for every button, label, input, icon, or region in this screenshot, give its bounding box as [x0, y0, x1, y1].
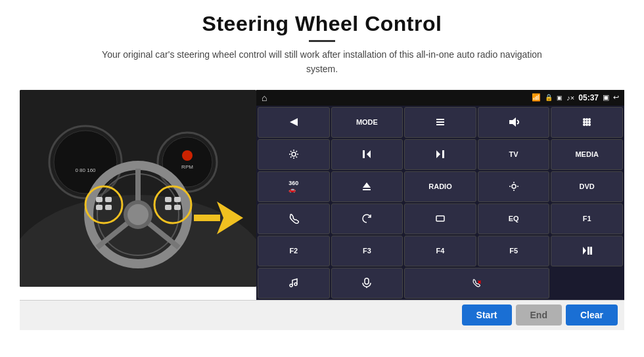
btn-apps[interactable] [551, 107, 623, 138]
start-button[interactable]: Start [462, 304, 512, 326]
svg-rect-60 [590, 247, 592, 255]
btn-playpause[interactable] [551, 236, 623, 266]
svg-rect-51 [363, 189, 371, 190]
svg-text:RPM: RPM [181, 164, 193, 170]
svg-rect-23 [174, 197, 181, 202]
btn-prev[interactable] [331, 139, 403, 170]
page-title: Steering Wheel Control [92, 12, 552, 36]
svg-rect-49 [442, 150, 444, 158]
end-button[interactable]: End [516, 304, 562, 326]
svg-rect-59 [587, 247, 589, 255]
svg-point-40 [586, 121, 588, 123]
title-divider [309, 40, 335, 42]
svg-rect-21 [105, 205, 112, 210]
btn-360[interactable]: 360🚗 [258, 171, 330, 202]
btn-send[interactable] [258, 107, 330, 138]
svg-point-62 [294, 283, 297, 285]
svg-marker-50 [363, 182, 371, 188]
svg-rect-30 [436, 121, 444, 123]
btn-f2[interactable]: F2 [258, 236, 330, 266]
control-panel: ⌂ 📶 🔒 ▣ ♪× 05:37 ▣ ↩ MODE [256, 90, 624, 300]
home-icon[interactable]: ⌂ [262, 93, 267, 103]
svg-point-8 [182, 150, 193, 161]
svg-marker-48 [436, 150, 440, 158]
svg-point-61 [290, 284, 292, 287]
btn-f3-label: F3 [363, 247, 371, 255]
btn-f4-label: F4 [436, 247, 445, 255]
back-icon[interactable]: ↩ [613, 93, 619, 102]
btn-f1[interactable]: F1 [551, 203, 623, 234]
btn-f3[interactable]: F3 [331, 236, 403, 266]
btn-dvd-label: DVD [580, 182, 595, 190]
btn-media-label: MEDIA [575, 150, 598, 158]
status-bar: ⌂ 📶 🔒 ▣ ♪× 05:37 ▣ ↩ [256, 90, 624, 106]
svg-point-15 [127, 204, 149, 225]
status-right: 📶 🔒 ▣ ♪× 05:37 ▣ ↩ [532, 93, 619, 102]
svg-rect-31 [436, 124, 444, 125]
svg-point-36 [583, 118, 586, 121]
svg-point-37 [586, 118, 588, 121]
svg-rect-24 [165, 205, 172, 210]
btn-radio-label: RADIO [428, 182, 451, 190]
svg-point-38 [588, 118, 591, 121]
time-display: 05:37 [578, 93, 599, 102]
btn-eq[interactable]: EQ [478, 203, 550, 234]
btn-f5[interactable]: F5 [478, 236, 550, 266]
svg-marker-46 [367, 150, 371, 158]
svg-marker-58 [583, 247, 586, 255]
btn-360-label: 360🚗 [288, 180, 298, 193]
btn-media[interactable]: MEDIA [551, 139, 623, 170]
btn-music[interactable] [258, 268, 330, 299]
steering-illustration: 0 80 160 RPM [20, 90, 256, 287]
subtitle: Your original car's steering wheel contr… [92, 47, 552, 77]
btn-next[interactable] [404, 139, 476, 170]
btn-eq-label: EQ [509, 215, 519, 222]
svg-marker-33 [513, 117, 516, 127]
btn-mic[interactable] [331, 268, 403, 299]
btn-tv-label: TV [509, 150, 518, 158]
btn-f5-label: F5 [509, 247, 518, 255]
svg-line-35 [517, 122, 519, 124]
car-image: 0 80 160 RPM [20, 90, 256, 287]
svg-rect-18 [96, 197, 103, 202]
wifi-icon: 📶 [532, 93, 541, 102]
svg-point-45 [292, 152, 296, 156]
bt-icon: ♪× [566, 94, 574, 102]
lock-icon: 🔒 [545, 94, 553, 101]
svg-point-43 [586, 123, 588, 126]
button-grid: MODE TV MEDIA 360🚗 RADIO DVD [256, 106, 624, 300]
svg-rect-63 [365, 278, 369, 284]
sd-icon: ▣ [557, 94, 563, 101]
svg-point-39 [583, 121, 586, 123]
status-left: ⌂ [262, 93, 267, 103]
svg-point-41 [588, 121, 591, 123]
svg-point-42 [583, 123, 586, 126]
svg-text:0 80 160: 0 80 160 [75, 167, 96, 173]
btn-f1-label: F1 [583, 215, 591, 222]
svg-marker-28 [290, 118, 298, 126]
btn-mode-label: MODE [356, 118, 378, 126]
btn-menu[interactable] [404, 107, 476, 138]
btn-dvd[interactable]: DVD [551, 171, 623, 202]
content-row: 0 80 160 RPM [20, 90, 624, 300]
btn-rect[interactable] [404, 203, 476, 234]
clear-button[interactable]: Clear [566, 304, 618, 326]
btn-tv[interactable]: TV [478, 139, 550, 170]
btn-mode[interactable]: MODE [331, 107, 403, 138]
btn-mute[interactable] [478, 107, 550, 138]
btn-settings[interactable] [258, 139, 330, 170]
btn-eject[interactable] [331, 171, 403, 202]
btn-call[interactable] [404, 268, 549, 299]
svg-rect-32 [509, 120, 513, 124]
bottom-bar: Start End Clear [20, 300, 624, 330]
svg-rect-47 [363, 150, 365, 158]
title-section: Steering Wheel Control Your original car… [92, 12, 552, 77]
btn-swirl[interactable] [331, 203, 403, 234]
svg-rect-25 [174, 205, 181, 210]
btn-phone[interactable] [258, 203, 330, 234]
svg-rect-29 [436, 119, 444, 120]
svg-point-52 [512, 184, 516, 188]
btn-f4[interactable]: F4 [404, 236, 476, 266]
btn-brightness[interactable] [478, 171, 550, 202]
btn-radio[interactable]: RADIO [404, 171, 476, 202]
